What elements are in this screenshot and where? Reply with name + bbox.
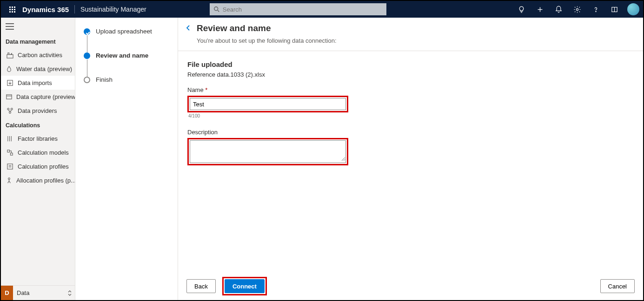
sidebar-item-label: Data imports <box>18 79 52 86</box>
chevron-updown-icon <box>67 290 75 296</box>
svg-rect-21 <box>7 150 9 152</box>
stepper: Upload spreadsheet Review and name Finis… <box>75 18 178 300</box>
connect-highlight: Connect <box>222 277 267 295</box>
add-icon[interactable] <box>531 1 548 18</box>
allocation-icon <box>6 177 13 184</box>
hamburger-icon[interactable] <box>1 20 75 34</box>
gear-icon[interactable] <box>569 1 585 18</box>
uploaded-filename: Reference data.1033 (2).xlsx <box>187 71 634 78</box>
module-name: Sustainability Manager <box>80 6 146 13</box>
description-label: Description <box>187 129 634 136</box>
import-icon <box>6 79 14 86</box>
svg-point-17 <box>9 111 11 113</box>
top-icons <box>513 1 639 18</box>
svg-rect-22 <box>10 153 13 155</box>
file-uploaded-heading: File uploaded <box>187 60 634 68</box>
step-upload-spreadsheet[interactable]: Upload spreadsheet <box>84 28 170 52</box>
svg-point-26 <box>8 177 10 179</box>
sidebar-item-data-providers[interactable]: Data providers <box>1 104 75 118</box>
name-highlight <box>187 96 348 112</box>
sidebar-item-factor-libraries[interactable]: Factor libraries <box>1 131 75 145</box>
water-icon <box>6 65 13 72</box>
connect-button[interactable]: Connect <box>225 279 265 293</box>
area-switcher[interactable]: D Data <box>1 285 75 300</box>
step-dot-pending-icon <box>84 77 90 83</box>
name-label: Name * <box>187 86 634 93</box>
step-label: Finish <box>96 76 113 83</box>
sidebar-item-label: Factor libraries <box>18 135 58 142</box>
brand-name: Dynamics 365 <box>22 6 69 13</box>
sidebar-item-label: Calculation profiles <box>18 163 69 170</box>
sidebar-item-data-imports[interactable]: Data imports <box>1 76 75 90</box>
svg-point-15 <box>7 108 9 110</box>
profile-icon <box>6 163 14 170</box>
topbar: Dynamics 365 Sustainability Manager <box>1 1 643 18</box>
app-launcher-icon[interactable] <box>5 2 20 17</box>
sidebar-item-label: Water data (preview) <box>16 65 72 72</box>
area-name: Data <box>13 289 67 296</box>
lightbulb-icon[interactable] <box>513 1 530 18</box>
sidebar: Data management Carbon activities Water … <box>1 18 75 300</box>
description-input[interactable] <box>190 141 345 161</box>
main-content: Review and name You're about to set up t… <box>178 18 643 300</box>
sidebar-item-label: Carbon activities <box>18 52 62 59</box>
sidebar-item-calc-profiles[interactable]: Calculation profiles <box>1 159 75 173</box>
svg-point-0 <box>214 7 218 11</box>
svg-point-16 <box>11 108 13 110</box>
svg-point-4 <box>576 8 578 10</box>
sidebar-item-water-data[interactable]: Water data (preview) <box>1 62 75 76</box>
avatar[interactable] <box>627 3 639 15</box>
step-dot-current-icon <box>84 52 90 59</box>
form-area: File uploaded Reference data.1033 (2).xl… <box>178 51 643 185</box>
step-finish[interactable]: Finish <box>84 76 170 83</box>
factory-icon <box>6 52 14 59</box>
page-title: Review and name <box>197 23 271 33</box>
area-letter: D <box>1 286 13 301</box>
page-subtitle: You're about to set up the following dat… <box>185 37 634 44</box>
step-review-and-name[interactable]: Review and name <box>84 52 170 76</box>
providers-icon <box>6 107 14 114</box>
name-field: Name * 4/100 <box>187 86 634 118</box>
sidebar-item-calc-models[interactable]: Calculation models <box>1 145 75 159</box>
nav-group-data-management: Data management <box>1 34 75 48</box>
nav-group-calculations: Calculations <box>1 118 75 131</box>
sidebar-item-label: Data providers <box>18 107 57 114</box>
capture-icon <box>6 93 13 100</box>
global-search[interactable] <box>210 3 386 15</box>
svg-line-1 <box>218 10 219 12</box>
svg-rect-11 <box>7 54 13 58</box>
bell-icon[interactable] <box>550 1 567 18</box>
sidebar-item-carbon-activities[interactable]: Carbon activities <box>1 48 75 62</box>
description-field: Description <box>187 129 634 165</box>
back-button[interactable]: Back <box>186 279 216 293</box>
back-arrow-icon[interactable] <box>185 24 192 33</box>
search-input[interactable] <box>223 6 383 13</box>
divider <box>74 5 75 13</box>
svg-point-5 <box>595 11 596 12</box>
svg-rect-13 <box>7 94 12 98</box>
sidebar-item-allocation-profiles[interactable]: Allocation profiles (p... <box>1 173 75 187</box>
sidebar-item-label: Allocation profiles (p... <box>16 177 75 184</box>
help-icon[interactable] <box>587 1 604 18</box>
svg-rect-23 <box>7 164 12 169</box>
step-label: Upload spreadsheet <box>96 28 152 35</box>
sidebar-item-label: Calculation models <box>18 149 69 156</box>
main-header: Review and name You're about to set up t… <box>178 18 643 51</box>
search-icon <box>213 6 220 13</box>
footer: Back Connect Cancel <box>178 272 643 300</box>
name-input[interactable] <box>190 98 345 110</box>
cancel-button[interactable]: Cancel <box>600 279 635 293</box>
step-dot-done-icon <box>84 28 90 35</box>
step-label: Review and name <box>96 52 148 59</box>
name-char-count: 4/100 <box>187 113 634 118</box>
library-icon <box>6 135 14 142</box>
description-highlight <box>187 138 348 165</box>
model-icon <box>6 149 14 156</box>
sidebar-item-data-capture[interactable]: Data capture (preview) <box>1 90 75 104</box>
sidebar-item-label: Data capture (preview) <box>16 93 75 100</box>
panel-icon[interactable] <box>606 1 623 18</box>
